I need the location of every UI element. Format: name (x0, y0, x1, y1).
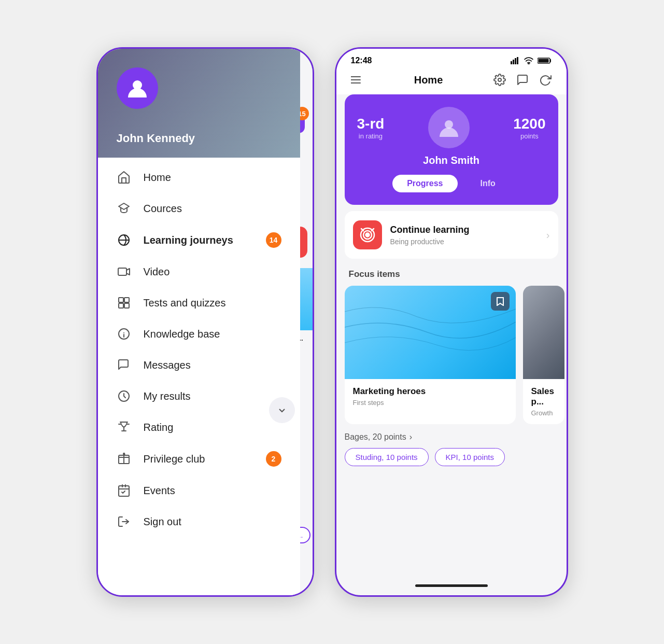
learning-journeys-badge: 14 (266, 232, 281, 248)
sidebar-item-rating[interactable]: Rating (98, 412, 300, 443)
blue-texture (345, 286, 516, 379)
tab-info[interactable]: Info (466, 175, 510, 192)
focus-card-blue-image (345, 286, 516, 379)
svg-rect-27 (513, 60, 514, 64)
gift-icon (117, 452, 131, 466)
menu-drawer: John Kennedy Home (98, 49, 300, 595)
continue-learning-card[interactable]: Continue learning Being productive › (345, 211, 558, 259)
profile-name: John Smith (423, 155, 479, 166)
menu-drawer-header: John Kennedy (98, 49, 300, 158)
svg-rect-7 (119, 303, 123, 308)
target-course-icon (359, 226, 376, 244)
sidebar-item-events[interactable]: Events (98, 475, 300, 506)
badges-chips: Studing, 10 points KPI, 10 points (345, 448, 558, 466)
sidebar-label-sign-out: Sign out (144, 516, 281, 528)
top-nav: Home (336, 69, 567, 94)
badges-section: Bages, 20 points › Studing, 10 points KP… (336, 424, 567, 470)
sidebar-item-privilege-club[interactable]: Privilege club 2 (98, 443, 300, 475)
badges-link[interactable]: Bages, 20 points › (345, 432, 558, 442)
focus-card-body-sales: Sales p... Growth (523, 379, 564, 424)
svg-rect-8 (124, 303, 129, 308)
svg-rect-26 (511, 61, 512, 64)
continue-title: Continue learning (390, 225, 538, 235)
drawer-profile-name: John Kennedy (117, 132, 195, 145)
video-icon (117, 264, 131, 279)
results-icon (117, 389, 131, 403)
focus-card-sub-sales: Growth (531, 409, 556, 417)
sidebar-item-tests[interactable]: Tests and quizzes (98, 287, 300, 318)
events-chevron-btn[interactable] (269, 397, 295, 423)
focus-card-marketing[interactable]: Marketing heroes First steps (345, 286, 516, 424)
svg-rect-32 (538, 59, 548, 63)
wifi-icon (524, 57, 533, 64)
tests-icon (117, 296, 131, 310)
signout-icon (117, 514, 131, 529)
scene: John Kennedy John Kennedy (76, 26, 589, 618)
continue-course-icon (353, 220, 382, 249)
bookmark-button[interactable] (491, 292, 510, 311)
drawer-person-icon (125, 76, 150, 101)
sidebar-item-home[interactable]: Home (98, 162, 300, 193)
sidebar-label-tests: Tests and quizzes (144, 297, 281, 309)
focus-section-label: Focus items (336, 265, 567, 286)
drawer-avatar (117, 67, 158, 109)
chat-icon[interactable] (516, 74, 529, 86)
sidebar-label-courses: Cources (144, 203, 281, 215)
svg-rect-15 (119, 486, 129, 496)
focus-card-body-marketing: Marketing heroes First steps (345, 379, 516, 414)
focus-card-title-sales: Sales p... (531, 386, 556, 407)
continue-subtitle: Being productive (390, 237, 538, 246)
svg-rect-28 (515, 58, 516, 64)
svg-point-40 (365, 233, 369, 237)
sidebar-item-video[interactable]: Video (98, 256, 300, 287)
continue-text: Continue learning Being productive (390, 225, 538, 246)
focus-cards-scroll: Marketing heroes First steps Sales p... … (336, 286, 567, 424)
sidebar-label-privilege-club: Privilege club (144, 453, 253, 465)
home-icon (117, 170, 131, 185)
rank-stat: 3-rd in rating (357, 116, 385, 140)
sidebar-label-video: Video (144, 266, 281, 278)
tab-progress[interactable]: Progress (392, 175, 457, 192)
sidebar-label-my-results: My results (144, 390, 281, 402)
badges-arrow-icon: › (409, 432, 412, 442)
chevron-down-icon (277, 405, 287, 415)
right-phone: 12:48 (335, 47, 568, 597)
info-icon (117, 327, 131, 341)
page-title: Home (414, 74, 443, 86)
points-value: 1200 (513, 116, 545, 132)
focus-card-sub-marketing: First steps (353, 399, 507, 407)
left-phone: John Kennedy John Kennedy (96, 47, 314, 597)
chip-kpi[interactable]: KPI, 10 points (435, 448, 505, 466)
svg-rect-6 (124, 298, 129, 302)
battery-icon (538, 57, 552, 64)
rank-value: 3-rd (357, 116, 385, 132)
sidebar-item-knowledge-base[interactable]: Knowledge base (98, 318, 300, 349)
trophy-icon (117, 420, 131, 435)
points-stat: 1200 points (513, 116, 545, 140)
focus-card-gray-image (523, 286, 564, 379)
menu-icon[interactable] (351, 75, 363, 85)
focus-card-title-marketing: Marketing heroes (353, 386, 507, 397)
top-nav-icons (493, 74, 552, 86)
sidebar-item-courses[interactable]: Cources (98, 193, 300, 224)
sidebar-item-sign-out[interactable]: Sign out (98, 506, 300, 537)
sidebar-item-messages[interactable]: Messages (98, 349, 300, 381)
chip-studing[interactable]: Studing, 10 points (345, 448, 429, 466)
signal-icon (511, 57, 520, 64)
svg-rect-3 (118, 268, 126, 275)
sidebar-item-learning-journeys[interactable]: Learning journeys 14 (98, 224, 300, 256)
focus-card-sales[interactable]: Sales p... Growth (523, 286, 564, 424)
svg-rect-29 (517, 57, 518, 64)
svg-point-30 (528, 63, 529, 64)
sidebar-label-home: Home (144, 172, 281, 184)
profile-card: 3-rd in rating 1200 points John Smith Pr… (345, 94, 558, 205)
profile-tabs: Progress Info (392, 175, 510, 192)
privilege-club-badge: 2 (266, 451, 281, 467)
settings-icon[interactable] (493, 74, 506, 86)
message-icon (117, 358, 131, 372)
refresh-icon[interactable] (539, 74, 552, 86)
points-label: points (513, 132, 545, 140)
avatar-person-icon (437, 116, 460, 139)
svg-marker-4 (126, 269, 130, 275)
continue-chevron-icon: › (546, 229, 550, 241)
